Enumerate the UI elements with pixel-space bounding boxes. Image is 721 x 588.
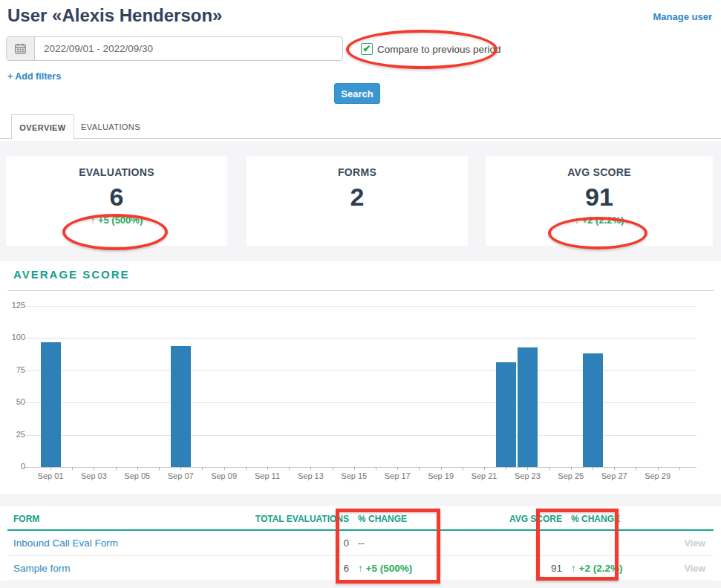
stat-change: ↑ +5 (500%) <box>91 215 143 226</box>
section-gap <box>0 494 721 506</box>
avg-percent-change-cell <box>562 530 659 556</box>
percent-change-cell: ↑ +5 (500%) <box>349 556 453 581</box>
bar-sep-22[interactable] <box>496 362 516 467</box>
bar-sep-07[interactable] <box>171 346 191 467</box>
bar-sep-26[interactable] <box>583 353 603 467</box>
date-range-input[interactable]: 2022/09/01 - 2022/09/30 <box>35 37 342 60</box>
bar-sep-01[interactable] <box>41 342 61 467</box>
table-header-row: FORM TOTAL EVALUATIONS % CHANGE AVG SCOR… <box>7 509 714 530</box>
average-score-chart-panel <box>0 261 721 494</box>
tab-overview[interactable]: OVERVIEW <box>11 114 74 140</box>
avg-score-cell <box>453 530 562 556</box>
stat-card-avg-score: AVG SCORE 91 ↑ +2 (2.2%) <box>486 156 713 246</box>
stat-change: ↑ +2 (2.2%) <box>575 215 624 226</box>
forms-table: FORM TOTAL EVALUATIONS % CHANGE AVG SCOR… <box>7 509 714 581</box>
page-title: User «Alexis Henderson» <box>7 5 222 26</box>
view-link[interactable]: View <box>685 538 705 549</box>
add-filters-link[interactable]: + Add filters <box>7 71 61 82</box>
stat-card-evaluations: EVALUATIONS 6 ↑ +5 (500%) <box>6 156 227 246</box>
search-button[interactable]: Search <box>334 83 380 104</box>
date-range-input-group[interactable]: 2022/09/01 - 2022/09/30 <box>6 36 343 61</box>
manage-user-link[interactable]: Manage user <box>653 11 712 22</box>
column-header-percent-change-score: % CHANGE <box>562 509 659 530</box>
column-header-form: FORM <box>7 509 241 530</box>
form-link[interactable]: Sample form <box>13 563 71 574</box>
stat-card-forms: FORMS 2 <box>247 156 468 246</box>
stat-value: 2 <box>350 183 365 212</box>
compare-previous-period-checkbox[interactable] <box>361 43 373 55</box>
avg-score-cell: 91 <box>453 556 562 581</box>
chart-title-divider <box>7 290 714 291</box>
column-header-total-evaluations: TOTAL EVALUATIONS <box>241 509 349 530</box>
tab-evaluations[interactable]: EVALUATIONS <box>75 114 146 139</box>
chart-title: AVERAGE SCORE <box>13 268 130 281</box>
total-evaluations-cell: 0 <box>241 530 349 556</box>
calendar-icon <box>7 37 35 60</box>
column-header-avg-score: AVG SCORE <box>453 509 562 530</box>
stat-value: 91 <box>585 183 613 212</box>
stat-label: AVG SCORE <box>567 166 631 178</box>
footer-strip <box>0 581 721 588</box>
compare-previous-period-label[interactable]: Compare to previous period <box>377 44 501 55</box>
view-link[interactable]: View <box>685 564 705 574</box>
bar-sep-23[interactable] <box>518 347 538 467</box>
stat-label: FORMS <box>338 166 376 178</box>
avg-percent-change-cell: ↑ +2 (2.2%) <box>562 556 659 581</box>
table-row: Sample form 6 ↑ +5 (500%) 91 ↑ +2 (2.2%)… <box>7 556 714 581</box>
column-header-actions <box>659 509 714 530</box>
form-link[interactable]: Inbound Call Eval Form <box>13 538 118 549</box>
stat-label: EVALUATIONS <box>79 166 154 178</box>
total-evaluations-cell: 6 <box>241 556 349 581</box>
table-row: Inbound Call Eval Form 0 -- View <box>7 530 714 556</box>
percent-change-cell: -- <box>349 530 453 556</box>
stat-value: 6 <box>110 183 124 212</box>
column-header-percent-change-evals: % CHANGE <box>349 509 453 530</box>
